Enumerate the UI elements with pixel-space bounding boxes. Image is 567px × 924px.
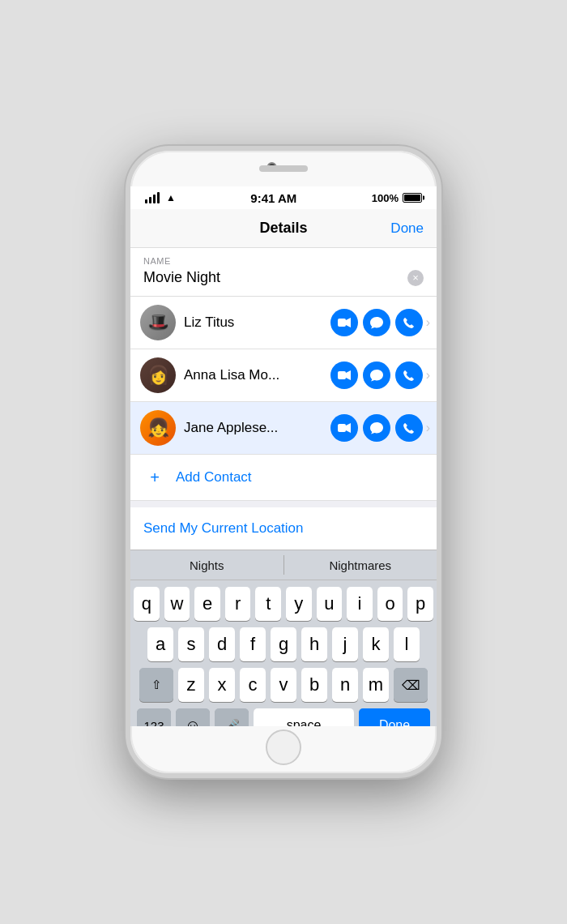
power-button — [438, 280, 441, 329]
volume-down-button — [126, 345, 129, 390]
phone-button-jane[interactable] — [395, 414, 423, 442]
battery-percentage: 100% — [372, 192, 399, 204]
delete-key[interactable]: ⌫ — [394, 668, 428, 702]
message-button-anna[interactable] — [363, 361, 390, 389]
key-g[interactable]: g — [271, 627, 296, 661]
key-j[interactable]: j — [332, 627, 358, 661]
contact-actions-anna — [330, 361, 423, 389]
wifi-icon: ▲ — [166, 192, 176, 203]
send-location-section[interactable]: Send My Current Location — [130, 507, 437, 550]
key-h[interactable]: h — [301, 627, 327, 661]
name-label: NAME — [143, 256, 424, 266]
key-m[interactable]: m — [363, 668, 389, 702]
contact-row[interactable]: 🎩 Liz Titus — [130, 297, 437, 349]
avatar-anna: 👩 — [140, 357, 176, 393]
key-i[interactable]: i — [347, 587, 373, 621]
send-location-label: Send My Current Location — [143, 520, 304, 536]
home-button[interactable] — [266, 729, 301, 765]
keyboard-row-3: ⇧ z x c v b n m ⌫ — [134, 668, 433, 702]
add-contact-icon: + — [143, 466, 166, 489]
key-n[interactable]: n — [332, 668, 358, 702]
battery-icon — [403, 193, 422, 203]
shift-key[interactable]: ⇧ — [139, 668, 173, 702]
key-z[interactable]: z — [178, 668, 204, 702]
add-contact-row[interactable]: + Add Contact — [130, 455, 437, 501]
avatar-liz: 🎩 — [140, 305, 176, 340]
signal-bar-2 — [149, 197, 151, 203]
svg-marker-1 — [346, 318, 351, 327]
key-k[interactable]: k — [363, 627, 389, 661]
key-s[interactable]: s — [178, 627, 204, 661]
autocomplete-item-1[interactable]: Nightmares — [284, 550, 437, 580]
status-time: 9:41 AM — [250, 191, 296, 205]
keyboard-row-4: 123 ☺ 🎤 space Done — [134, 708, 433, 726]
key-p[interactable]: p — [407, 587, 433, 621]
mute-button — [126, 256, 129, 280]
add-contact-label: Add Contact — [176, 469, 252, 486]
svg-rect-0 — [338, 319, 346, 327]
video-call-button-jane[interactable] — [330, 414, 358, 442]
screen: ▲ 9:41 AM 100% Details Done NAME — [130, 186, 437, 726]
contacts-section: 🎩 Liz Titus — [130, 297, 437, 501]
svg-rect-4 — [338, 424, 346, 432]
speaker — [259, 165, 308, 172]
done-key[interactable]: Done — [359, 708, 430, 726]
key-y[interactable]: y — [286, 587, 312, 621]
key-b[interactable]: b — [301, 668, 327, 702]
avatar-jane: 👧 — [140, 410, 176, 446]
contact-name-jane: Jane Applese... — [184, 420, 330, 436]
key-o[interactable]: o — [377, 587, 403, 621]
key-x[interactable]: x — [209, 668, 235, 702]
keyboard-row-1: q w e r t y u i o p — [134, 587, 433, 621]
volume-up-button — [126, 293, 129, 337]
contact-row[interactable]: 👩 Anna Lisa Mo... — [130, 349, 437, 402]
autocomplete-bar: Nights Nightmares — [130, 550, 437, 580]
status-left: ▲ — [145, 192, 176, 203]
nav-bar: Details Done — [130, 209, 437, 248]
contact-name-anna: Anna Lisa Mo... — [184, 367, 330, 383]
autocomplete-item-0[interactable]: Nights — [130, 550, 284, 580]
key-v[interactable]: v — [271, 668, 296, 702]
signal-bar-4 — [157, 192, 160, 203]
clear-button[interactable]: × — [407, 270, 424, 286]
name-input[interactable]: Movie Night — [143, 269, 220, 286]
status-bar: ▲ 9:41 AM 100% — [130, 186, 437, 209]
chevron-right-liz: › — [426, 315, 430, 330]
key-a[interactable]: a — [147, 627, 173, 661]
svg-marker-5 — [346, 423, 351, 433]
key-q[interactable]: q — [134, 587, 160, 621]
message-button-liz[interactable] — [363, 309, 390, 336]
name-input-row: Movie Night × — [143, 269, 424, 286]
mic-key[interactable]: 🎤 — [215, 708, 249, 726]
key-u[interactable]: u — [317, 587, 343, 621]
name-section: NAME Movie Night × — [130, 248, 437, 297]
signal-bar-3 — [153, 195, 156, 203]
key-w[interactable]: w — [164, 587, 190, 621]
nav-done-button[interactable]: Done — [390, 220, 424, 237]
contact-row[interactable]: 👧 Jane Applese... — [130, 402, 437, 455]
chevron-right-jane: › — [426, 421, 430, 435]
space-key[interactable]: space — [254, 708, 354, 726]
keyboard-row-2: a s d f g h j k l — [134, 627, 433, 661]
contact-actions-liz — [330, 309, 423, 336]
key-d[interactable]: d — [209, 627, 235, 661]
phone-frame: ▲ 9:41 AM 100% Details Done NAME — [126, 146, 441, 778]
key-c[interactable]: c — [240, 668, 266, 702]
key-l[interactable]: l — [394, 627, 420, 661]
key-t[interactable]: t — [255, 587, 281, 621]
phone-button-liz[interactable] — [395, 309, 423, 336]
keyboard: q w e r t y u i o p a s d f g — [130, 580, 437, 726]
phone-button-anna[interactable] — [395, 361, 423, 389]
video-call-button-anna[interactable] — [330, 361, 358, 389]
key-e[interactable]: e — [194, 587, 220, 621]
message-button-jane[interactable] — [363, 414, 390, 442]
emoji-key[interactable]: ☺ — [176, 708, 210, 726]
key-r[interactable]: r — [225, 587, 251, 621]
numbers-key[interactable]: 123 — [137, 708, 171, 726]
signal-bars — [145, 192, 160, 203]
video-call-button-liz[interactable] — [330, 309, 358, 336]
status-right: 100% — [372, 192, 422, 204]
svg-marker-3 — [346, 370, 351, 380]
key-f[interactable]: f — [240, 627, 266, 661]
contact-actions-jane — [330, 414, 423, 442]
